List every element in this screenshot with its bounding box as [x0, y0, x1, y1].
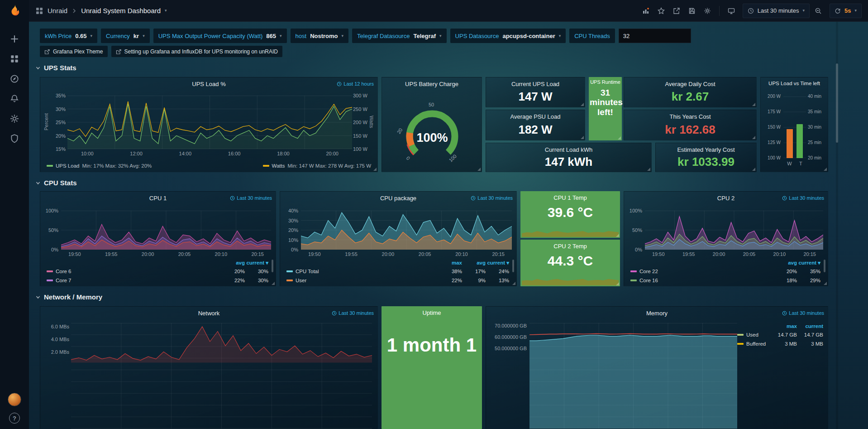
- variable-dropdown-host[interactable]: host Nostromo ▾: [291, 29, 349, 43]
- legend-item[interactable]: UPS Load Min: 17% Max: 32% Avg: 20%: [47, 163, 152, 169]
- template-variables-row: kWh Price 0.65 ▾ Currency kr ▾ UPS Max O…: [40, 29, 691, 43]
- dashboard-apps-icon[interactable]: [35, 7, 43, 15]
- cpu2-chart[interactable]: [645, 211, 823, 250]
- dashboard-links-row: Grafana Plex Theme Setting up Grafana an…: [40, 46, 282, 57]
- ups-load-chart[interactable]: [67, 96, 352, 149]
- legend-header-row: avg current ▾: [630, 259, 820, 267]
- panel-time-range-badge[interactable]: Last 30 minutes: [782, 195, 824, 201]
- dashboards-grid-icon[interactable]: [10, 54, 19, 64]
- time-range-picker[interactable]: Last 30 minutes ▾: [743, 4, 810, 18]
- panel-title[interactable]: Average PSU Load: [486, 113, 585, 120]
- panel-memory: Memory Last 30 minutes 70.000000 GB60.00…: [486, 306, 828, 429]
- save-button[interactable]: [685, 4, 699, 18]
- panel-title[interactable]: UPS Runtime: [589, 79, 622, 85]
- clock-icon: [471, 196, 476, 201]
- sidebar-nav: [10, 34, 19, 144]
- panel-title[interactable]: UPS Load vs Time left: [761, 81, 828, 86]
- zoom-out-button[interactable]: [811, 4, 825, 18]
- stat-value: 147 W: [486, 90, 585, 104]
- user-avatar[interactable]: [8, 393, 21, 406]
- y-axis-ticks: 70.000000 GB60.000000 GB50.000000 GB: [489, 320, 527, 354]
- refresh-icon: [835, 8, 841, 14]
- panel-time-range-badge[interactable]: Last 30 minutes: [471, 195, 513, 201]
- panel-title[interactable]: Average Daily Cost: [624, 81, 756, 87]
- legend-table: max avg current ▾ CPU Total 38% 17% 24% …: [286, 259, 509, 285]
- panel-time-range-badge[interactable]: Last 12 hours: [337, 81, 374, 87]
- panel-ups-battery-charge: UPS Battery Charge 0 20 50 100 100%: [382, 77, 482, 172]
- cpu1-chart[interactable]: [61, 211, 271, 250]
- panel-title[interactable]: Current UPS Load: [486, 81, 585, 87]
- legend-table: max current Used 14.7 GB 14.7 GB Buffere…: [737, 322, 823, 348]
- chevron-down-icon: ▾: [143, 34, 145, 38]
- link-grafana-plex-theme[interactable]: Grafana Plex Theme: [40, 46, 108, 57]
- panel-time-range-badge[interactable]: Last 30 minutes: [230, 195, 272, 201]
- section-network-memory[interactable]: Network / Memory: [35, 293, 102, 301]
- legend-series-name: Used: [746, 332, 758, 337]
- chevron-down-icon[interactable]: ▾: [165, 9, 167, 13]
- breadcrumb-folder[interactable]: Unraid: [48, 7, 67, 14]
- variable-dropdown-ups-datasource[interactable]: UPS Datasource apcupsd-container ▾: [450, 29, 566, 43]
- legend-table: avg current ▾ Core 22 20% 35% Core 16 18…: [630, 259, 820, 285]
- stat-value: 44.3 °C: [520, 253, 620, 269]
- dashboard-settings-button[interactable]: [701, 4, 714, 18]
- legend-scrollbar[interactable]: [272, 260, 273, 272]
- chevron-down-icon: [35, 65, 41, 71]
- cpu-threads-input[interactable]: [619, 29, 691, 43]
- help-icon[interactable]: ?: [9, 413, 20, 424]
- panel-title[interactable]: This Years Cost: [624, 113, 756, 120]
- refresh-picker[interactable]: 5s ▾: [830, 4, 862, 18]
- legend-rows: Used 14.7 GB 14.7 GB Buffered 3 MB 3 MB: [737, 330, 823, 348]
- panel-title[interactable]: Memory: [486, 310, 828, 317]
- panel-title[interactable]: CPU 2 Temp: [520, 243, 620, 250]
- panel-title[interactable]: CPU 1 Temp: [520, 194, 620, 201]
- variable-dropdown-ups-max-output[interactable]: UPS Max Output Power Capacity (Watt) 865…: [153, 29, 287, 43]
- stat-value: kr 162.68: [624, 123, 756, 137]
- legend-series-name: Core 6: [56, 269, 72, 274]
- clock-icon: [337, 82, 342, 87]
- star-button[interactable]: [654, 4, 668, 18]
- legend-scrollbar[interactable]: [512, 260, 514, 272]
- chevron-down-icon: [35, 180, 41, 186]
- breadcrumb-page-title[interactable]: Unraid System Dashboard: [81, 7, 161, 14]
- add-panel-button[interactable]: [639, 4, 653, 18]
- configuration-gear-icon[interactable]: [10, 114, 19, 124]
- x-axis-ticks: 19:5019:5520:0020:0520:1020:15: [301, 251, 512, 257]
- variable-dropdown-currency[interactable]: Currency kr ▾: [101, 29, 150, 43]
- grafana-logo[interactable]: [7, 3, 22, 19]
- legend-scrollbar[interactable]: [824, 260, 825, 272]
- panel-time-range-badge[interactable]: Last 30 minutes: [782, 310, 824, 316]
- panel-title[interactable]: Current Load kWh: [486, 146, 651, 153]
- variable-dropdown-kwh-price[interactable]: kWh Price 0.65 ▾: [40, 29, 97, 43]
- dashboard-scrollbar-thumb[interactable]: [836, 63, 838, 143]
- cpu-package-chart[interactable]: [301, 211, 512, 250]
- variable-dropdown-telegraf-datasource[interactable]: Telegraf Datasource Telegraf ▾: [352, 29, 446, 43]
- alerting-bell-icon[interactable]: [10, 94, 19, 104]
- create-plus-icon[interactable]: [10, 34, 19, 44]
- panel-title[interactable]: Network: [40, 310, 377, 317]
- chevron-down-icon: ▾: [559, 34, 561, 38]
- legend-header-row: max avg current ▾: [286, 259, 509, 267]
- bar-gauge-plot[interactable]: [783, 96, 806, 158]
- chevron-down-icon: ▾: [854, 9, 857, 13]
- network-chart[interactable]: [71, 323, 372, 429]
- section-cpu-stats[interactable]: CPU Stats: [35, 179, 77, 187]
- link-ups-monitoring-guide[interactable]: Setting up Grafana and InfluxDB for UPS …: [111, 46, 283, 57]
- legend-row: Core 16 18% 29%: [630, 276, 820, 285]
- panel-title[interactable]: UPS Battery Charge: [382, 81, 482, 87]
- legend-item[interactable]: Watts Min: 147 W Max: 278 W Avg: 175 W: [263, 163, 371, 169]
- share-button[interactable]: [670, 4, 683, 18]
- legend-color-dash: [47, 270, 53, 272]
- section-ups-stats[interactable]: UPS Stats: [35, 64, 76, 72]
- panel-title[interactable]: UPS Load %: [40, 81, 377, 87]
- admin-shield-icon[interactable]: [10, 134, 19, 144]
- panel-title[interactable]: Uptime: [382, 309, 482, 316]
- panel-current-ups-load: Current UPS Load 147 W: [486, 77, 585, 107]
- panel-title[interactable]: Estimated Yearly Cost: [656, 146, 756, 153]
- memory-chart[interactable]: [529, 323, 737, 429]
- x-axis-ticks: W T: [783, 161, 806, 166]
- legend-series-name: User: [296, 278, 306, 283]
- panel-time-range-badge[interactable]: Last 30 minutes: [332, 310, 374, 316]
- cycle-view-monitor-icon[interactable]: [725, 4, 738, 18]
- explore-compass-icon[interactable]: [10, 74, 19, 84]
- chevron-down-icon: ▾: [439, 34, 442, 38]
